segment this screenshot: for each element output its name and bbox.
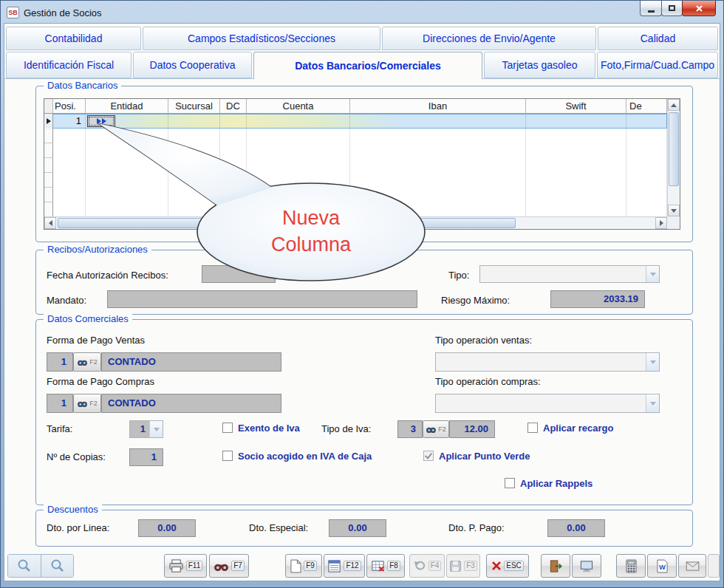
scroll-down-button[interactable] [668, 205, 680, 216]
aplicar-recargo-checkbox[interactable] [527, 423, 538, 433]
callout-text-line1: Nueva [282, 207, 341, 229]
column-header-dc[interactable]: DC [220, 99, 247, 114]
column-header-sucursal[interactable]: Sucursal [168, 99, 220, 114]
escape-button[interactable]: ESC [486, 554, 529, 578]
forma-pago-compras-label: Forma de Pago Compras [47, 376, 154, 387]
tab-row-2: Identificación Fiscal Datos Cooperativa … [6, 52, 718, 79]
tipo-operacion-compras-select[interactable] [435, 394, 660, 413]
chevron-down-icon[interactable] [149, 421, 163, 437]
column-header-entidad[interactable]: Entidad [86, 99, 168, 114]
tab-datos-bancarios-comerciales[interactable]: Datos Bancarios/Comerciales [253, 52, 482, 79]
tab-datos-cooperativa[interactable]: Datos Cooperativa [133, 52, 252, 78]
column-header-iban[interactable]: Iban [350, 99, 526, 114]
cell-de[interactable] [626, 114, 667, 129]
forma-pago-ventas-code-field[interactable]: 1 [47, 352, 73, 372]
find-button[interactable]: F7 [209, 554, 249, 578]
table-delete-icon [371, 559, 385, 573]
tarifa-select[interactable]: 1 [129, 420, 163, 438]
magnifier-group [7, 554, 74, 578]
monitor-icon [579, 559, 594, 573]
scroll-up-button[interactable] [668, 99, 680, 111]
dto-ppago-field[interactable]: 0.00 [547, 519, 605, 537]
binoculars-icon [77, 358, 88, 366]
column-header-swift[interactable]: Swift [526, 99, 626, 114]
scroll-right-button[interactable] [655, 217, 667, 229]
tab-calidad[interactable]: Calidad [598, 27, 718, 50]
caption-buttons [641, 1, 716, 16]
chevron-down-icon[interactable] [646, 394, 659, 412]
minimize-button[interactable] [640, 1, 662, 16]
tab-campos-estadisticos[interactable]: Campos Estadísticos/Secciones [143, 27, 380, 50]
tipo-iva-code-field[interactable]: 3 [397, 420, 423, 438]
print-button[interactable]: F11 [164, 554, 207, 578]
dto-especial-field[interactable]: 0.00 [329, 519, 386, 537]
dto-linea-field[interactable]: 0.00 [138, 519, 196, 537]
edit-record-button[interactable]: F12 [324, 554, 365, 578]
socio-iva-caja-label: Socio acogido en IVA de Caja [238, 451, 372, 462]
new-record-button[interactable]: F9 [285, 554, 322, 578]
close-icon [695, 4, 703, 13]
column-header-cuenta[interactable]: Cuenta [247, 99, 350, 114]
grid-vertical-scrollbar[interactable] [667, 99, 680, 216]
titlebar[interactable]: SB Gestión de Socios [4, 4, 720, 21]
forma-pago-ventas-value-field[interactable]: CONTADO [101, 352, 281, 372]
cell-swift[interactable] [526, 114, 626, 129]
vertical-scroll-thumb[interactable] [669, 112, 679, 186]
close-button[interactable] [682, 1, 716, 16]
arrow-down-icon [671, 209, 677, 213]
email-button[interactable] [678, 554, 706, 578]
forma-pago-compras-code-field[interactable]: 1 [47, 394, 73, 413]
exento-iva-checkbox[interactable] [222, 423, 233, 433]
grid-header-row: Posi. Entidad Sucursal DC Cuenta Iban Sw… [44, 99, 667, 114]
save-floppy-icon [449, 560, 462, 572]
client-area: Contabilidad Campos Estadísticos/Seccion… [4, 23, 720, 581]
datos-bancarios-legend: Datos Bancarios [44, 80, 121, 91]
app-icon-text: SB [8, 9, 18, 16]
aplicar-punto-verde-label: Aplicar Punto Verde [439, 451, 530, 462]
column-header-de[interactable]: De [626, 99, 667, 114]
zoom-button-2[interactable] [41, 555, 73, 577]
tab-identificacion-fiscal[interactable]: Identificación Fiscal [6, 52, 132, 78]
chevron-down-icon[interactable] [646, 266, 659, 282]
word-export-button[interactable]: W [647, 554, 677, 578]
arrow-up-icon [671, 103, 677, 107]
bottom-toolbar: F11 F7 F9 F12 F8 F4 [4, 551, 720, 581]
scroll-left-button[interactable] [44, 217, 56, 229]
arrow-left-icon [49, 220, 52, 226]
riesgo-maximo-label: Riesgo Máximo: [441, 295, 510, 306]
header-indicator-cell [44, 99, 53, 114]
column-header-posi[interactable]: Posi. [53, 99, 86, 114]
tab-contabilidad[interactable]: Contabilidad [6, 27, 141, 50]
aplicar-punto-verde-checkbox[interactable] [423, 451, 434, 461]
tipo-operacion-ventas-select[interactable] [435, 352, 660, 372]
tipo-iva-lookup-button[interactable]: F2 [423, 420, 449, 438]
tab-row-1: Contabilidad Campos Estadísticos/Seccion… [6, 27, 718, 50]
exit-button[interactable] [541, 554, 570, 578]
mandato-field[interactable] [107, 290, 417, 308]
undo-button[interactable]: F4 [409, 554, 445, 578]
undo-icon [413, 560, 426, 572]
nueva-columna-callout: Nueva Columna [78, 112, 433, 290]
forma-pago-compras-lookup-button[interactable]: F2 [73, 394, 101, 413]
tab-tarjetas-gasoleo[interactable]: Tarjetas gasoleo [484, 52, 595, 78]
delete-record-button[interactable]: F8 [366, 554, 405, 578]
extra-button[interactable] [708, 554, 720, 578]
riesgo-maximo-field[interactable]: 2033.19 [550, 290, 645, 308]
chevron-down-icon[interactable] [646, 353, 659, 371]
zoom-button-1[interactable] [8, 555, 41, 577]
form-icon [327, 559, 341, 573]
minimize-icon [648, 10, 655, 13]
preview-button[interactable] [572, 554, 601, 578]
tab-direcciones-envio[interactable]: Direcciones de Envio/Agente [382, 27, 596, 50]
tipo-iva-value-field[interactable]: 12.00 [449, 420, 495, 438]
save-button[interactable]: F3 [446, 554, 480, 578]
num-copias-field[interactable]: 1 [129, 448, 163, 466]
tab-foto-firma-cuad-campo[interactable]: Foto,Firma/Cuad.Campo [597, 52, 718, 78]
forma-pago-ventas-lookup-button[interactable]: F2 [73, 352, 101, 372]
tipo-select[interactable] [479, 265, 660, 283]
forma-pago-compras-value-field[interactable]: CONTADO [101, 394, 281, 413]
aplicar-rappels-checkbox[interactable] [505, 478, 515, 488]
maximize-button[interactable] [661, 1, 683, 16]
calculator-button[interactable] [616, 554, 646, 578]
socio-iva-caja-checkbox[interactable] [222, 451, 233, 461]
